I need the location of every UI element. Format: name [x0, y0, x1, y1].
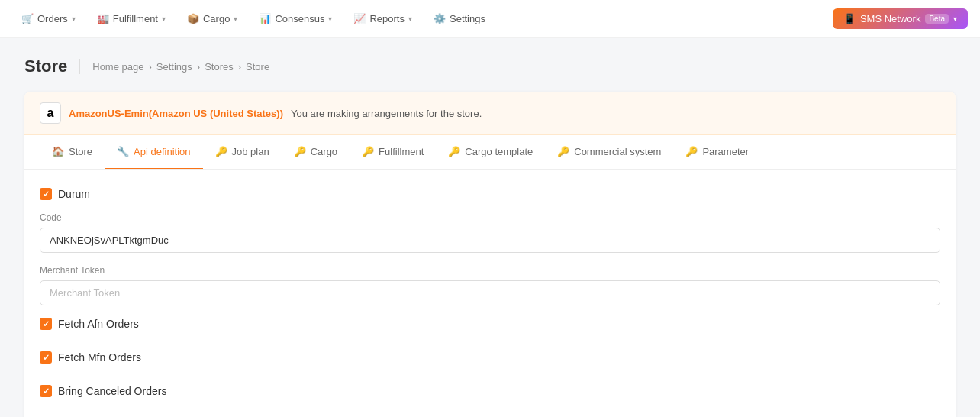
nav-fulfillment[interactable]: 🏭 Fulfillment ▾ — [88, 8, 175, 29]
breadcrumb-sep-2: › — [197, 61, 200, 73]
tab-api-definition[interactable]: 🔧 Api definition — [105, 135, 202, 170]
fetch-mfn-row: Fetch Mfn Orders — [40, 351, 940, 364]
tab-bar: 🏠 Store 🔧 Api definition 🔑 Job plan 🔑 Ca… — [24, 135, 956, 170]
store-banner: a AmazonUS-Emin(Amazon US (United States… — [24, 92, 956, 135]
consensus-icon: 📊 — [259, 13, 271, 24]
orders-chevron: ▾ — [72, 15, 76, 23]
tab-commercial-system[interactable]: 🔑 Commercial system — [545, 135, 673, 170]
breadcrumb-settings[interactable]: Settings — [156, 61, 192, 73]
fetch-afn-label: Fetch Afn Orders — [58, 318, 139, 330]
reports-icon: 📈 — [353, 13, 366, 24]
sms-dropdown-arrow: ▾ — [953, 15, 957, 23]
parameter-tab-icon: 🔑 — [685, 146, 698, 157]
merchant-token-group: Merchant Token — [40, 265, 940, 305]
nav-consensus[interactable]: 📊 Consensus ▾ — [250, 8, 341, 29]
store-tab-icon: 🏠 — [52, 146, 64, 157]
fetch-mfn-checkbox[interactable] — [40, 351, 52, 364]
sms-network-button[interactable]: 📱 SMS Network Beta ▾ — [833, 8, 968, 29]
reports-chevron: ▾ — [408, 15, 412, 23]
top-navigation: 🛒 Orders ▾ 🏭 Fulfillment ▾ 📦 Cargo ▾ 📊 C… — [0, 0, 980, 38]
fulfillment-chevron: ▾ — [162, 15, 166, 23]
tab-store[interactable]: 🏠 Store — [40, 135, 105, 170]
cargo-template-tab-icon: 🔑 — [448, 146, 460, 157]
breadcrumb-stores[interactable]: Stores — [205, 61, 234, 73]
fetch-afn-row: Fetch Afn Orders — [40, 318, 940, 330]
fulfillment-tab-icon: 🔑 — [362, 146, 374, 157]
durum-checkbox[interactable] — [40, 188, 52, 200]
merchant-token-input[interactable] — [40, 280, 940, 305]
fulfillment-icon: 🏭 — [97, 13, 109, 24]
form-area: Durum Code Merchant Token Fetch Afn Orde… — [24, 170, 956, 417]
breadcrumb-sep-1: › — [148, 61, 151, 73]
nav-orders[interactable]: 🛒 Orders ▾ — [12, 8, 85, 29]
checkboxes-group: Fetch Afn Orders Fetch Mfn Orders Bring … — [40, 318, 940, 409]
merchant-token-label: Merchant Token — [40, 265, 940, 276]
tab-cargo[interactable]: 🔑 Cargo — [282, 135, 350, 170]
tab-cargo-template[interactable]: 🔑 Cargo template — [436, 135, 545, 170]
breadcrumb: Home page › Settings › Stores › Store — [92, 61, 269, 73]
nav-settings[interactable]: ⚙️ Settings — [424, 8, 495, 29]
code-label: Code — [40, 212, 940, 223]
amazon-logo: a — [40, 102, 61, 124]
breadcrumb-home[interactable]: Home page — [92, 61, 143, 73]
breadcrumb-store: Store — [246, 61, 269, 73]
nav-reports[interactable]: 📈 Reports ▾ — [344, 8, 421, 29]
durum-row: Durum — [40, 188, 940, 200]
header-divider — [79, 59, 80, 74]
beta-badge: Beta — [925, 14, 949, 24]
fetch-mfn-label: Fetch Mfn Orders — [58, 351, 141, 364]
bring-canceled-checkbox[interactable] — [40, 385, 52, 397]
api-definition-tab-icon: 🔧 — [117, 146, 129, 157]
banner-store-name: AmazonUS-Emin(Amazon US (United States)) — [69, 108, 283, 119]
cargo-chevron: ▾ — [234, 15, 237, 23]
settings-icon: ⚙️ — [434, 13, 446, 24]
tab-job-plan[interactable]: 🔑 Job plan — [203, 135, 282, 170]
sms-icon: 📱 — [843, 13, 856, 24]
tab-parameter[interactable]: 🔑 Parameter — [673, 135, 761, 170]
code-group: Code — [40, 212, 940, 253]
page-container: Store Home page › Settings › Stores › St… — [0, 38, 980, 417]
cargo-tab-icon: 🔑 — [294, 146, 306, 157]
bring-canceled-row: Bring Canceled Orders — [40, 385, 940, 397]
cargo-icon: 📦 — [187, 13, 199, 24]
bring-canceled-label: Bring Canceled Orders — [58, 385, 166, 397]
breadcrumb-sep-3: › — [238, 61, 241, 73]
main-card: a AmazonUS-Emin(Amazon US (United States… — [24, 92, 956, 417]
durum-label: Durum — [58, 188, 90, 200]
page-title: Store — [24, 57, 67, 76]
fetch-afn-checkbox[interactable] — [40, 318, 52, 330]
tab-fulfillment[interactable]: 🔑 Fulfillment — [350, 135, 436, 170]
consensus-chevron: ▾ — [328, 15, 332, 23]
code-input[interactable] — [40, 228, 940, 253]
banner-message: You are making arrangements for the stor… — [291, 108, 482, 119]
nav-cargo[interactable]: 📦 Cargo ▾ — [178, 8, 247, 29]
page-header: Store Home page › Settings › Stores › St… — [24, 57, 956, 76]
orders-icon: 🛒 — [21, 13, 34, 24]
commercial-system-tab-icon: 🔑 — [557, 146, 569, 157]
job-plan-tab-icon: 🔑 — [215, 146, 227, 157]
